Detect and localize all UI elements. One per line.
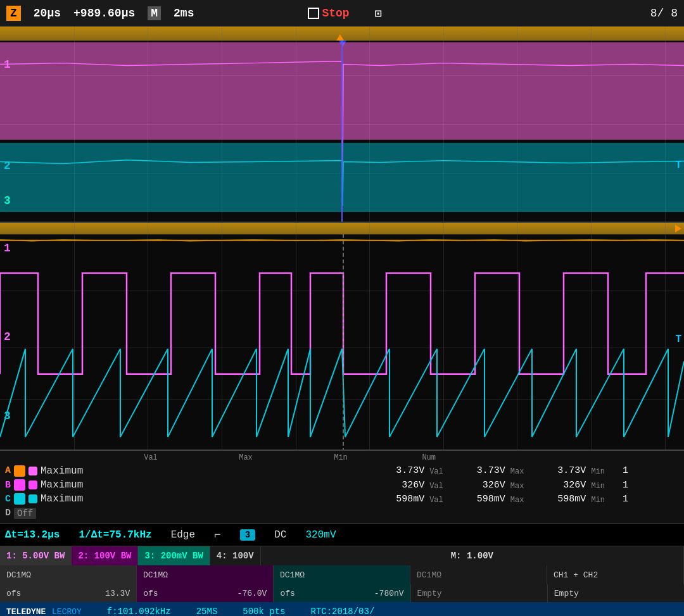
marker-icon-area: M [148, 6, 161, 20]
ch3-indicator-c [28, 494, 37, 503]
col-val: Val [132, 453, 170, 462]
math-formula: CH1 + CH2 [554, 570, 598, 580]
delta-bar: Δt=13.2μs 1/Δt=75.7kHz Edge ⌐ 3 DC 320mV [0, 524, 684, 546]
overview-svg [0, 27, 684, 222]
stop-button[interactable]: Stop [308, 7, 349, 20]
points-count: 500k pts [243, 607, 285, 616]
meas-letter-c: C [5, 494, 11, 505]
meas-max-header-b: Max [510, 482, 524, 491]
meas-headers: Val Max Min Num [132, 453, 679, 462]
meas-box-c [14, 493, 25, 505]
meas-letter-d: D [5, 508, 11, 519]
delta-t: Δt=13.2μs [5, 529, 60, 541]
ch4-impedance: DC1MΩ [417, 570, 441, 580]
trigger-t-detail: T [675, 334, 681, 345]
ch1-label-overview: 1 [4, 58, 11, 71]
ch2-offset-val: -76.0V [238, 589, 267, 598]
col-min: Min [322, 453, 360, 462]
meas-values-c: 598mV Val 598mV Max 598mV Min 1 [380, 494, 628, 505]
meas-label-a: A Maximum [5, 465, 87, 477]
meas-type-c: Maximum [41, 493, 83, 505]
sample-rate: 25MS [196, 607, 218, 616]
ch2-impedance: DC1MΩ [143, 570, 168, 580]
ch3-label-overview: 3 [4, 194, 11, 207]
meas-min-header-c: Min [591, 496, 605, 505]
meas-off-badge: Off [14, 508, 36, 519]
ch1-offset: ofs 13.3V [0, 584, 137, 602]
time-offset: +989.60μs [73, 7, 135, 20]
waveform-detail: 1 2 3 T [0, 223, 684, 451]
meas-max-b: 326V [461, 480, 505, 491]
mv-value: 320mV [305, 529, 336, 541]
ch2-setting-label: 2: 100V BW [78, 551, 131, 561]
math-setting[interactable]: M: 1.00V [261, 546, 684, 565]
math-setting-label: M: 1.00V [451, 551, 493, 561]
ch1-mid-label: 2 [4, 330, 11, 343]
ch1-detail: DC1MΩ [0, 565, 137, 584]
ch3-setting[interactable]: 3: 200mV BW [138, 546, 210, 565]
meas-val-c: 598mV [380, 494, 424, 505]
delta-freq: 1/Δt=75.7kHz [79, 529, 151, 541]
ch1-indicator-a [28, 467, 37, 475]
math-empty-label: Empty [554, 589, 579, 598]
fraction-display: 8/ 8 [650, 7, 678, 20]
memory-icon: ⊡ [375, 6, 382, 20]
col-max: Max [227, 453, 265, 462]
timebase-value: 20μs [34, 7, 61, 20]
ch3-label-detail: 3 [4, 410, 11, 422]
teledyne-text: TELEDYNE [6, 607, 46, 616]
timebase-main: 20μs [34, 7, 61, 20]
math-empty: Empty [548, 584, 684, 602]
meas-val-header-a: Val [429, 467, 443, 476]
ch-details-bar: DC1MΩ DC1MΩ DC1MΩ DC1MΩ CH1 + CH2 [0, 565, 684, 584]
meas-type-b: Maximum [41, 479, 83, 491]
ch4-setting[interactable]: 4: 100V [210, 546, 261, 565]
ch2-setting[interactable]: 2: 100V BW [72, 546, 138, 565]
memory-symbol: ⊡ [375, 6, 382, 20]
ch1-setting-label: 1: 5.00V BW [6, 551, 65, 561]
col-num: Num [417, 453, 436, 462]
meas-min-a: 3.73V [542, 465, 586, 476]
meas-num-c: 1 [623, 494, 628, 505]
timebase2-value: 2ms [174, 7, 194, 20]
stop-icon [308, 8, 319, 19]
brand-area: TELEDYNE LECROY [6, 606, 82, 616]
ch3-setting-label: 3: 200mV BW [144, 551, 203, 561]
meas-min-header-a: Min [591, 467, 605, 476]
ch-settings-bar: 1: 5.00V BW 2: 100V BW 3: 200mV BW 4: 10… [0, 546, 684, 565]
meas-num-a: 1 [623, 465, 628, 476]
ch3-detail: DC1MΩ [274, 565, 410, 584]
meas-max-header-c: Max [510, 496, 524, 505]
ch1-offset-val: 13.3V [105, 589, 130, 598]
ch4-empty: Empty [411, 584, 548, 602]
meas-val-header-c: Val [429, 496, 443, 505]
meas-values-b: 326V Val 326V Max 326V Min 1 [380, 480, 628, 491]
meas-row-b: B Maximum 326V Val 326V Max 326V Min 1 [5, 478, 679, 492]
logo-z: Z [6, 6, 21, 21]
meas-row-c: C Maximum 598mV Val 598mV Max 598mV Min … [5, 492, 679, 506]
logo-badge: Z [6, 6, 21, 21]
math-detail: CH1 + CH2 [547, 565, 684, 584]
meas-type-a: Maximum [41, 465, 83, 477]
rtc-display: RTC:2018/03/ [311, 607, 375, 616]
ch1-setting[interactable]: 1: 5.00V BW [0, 546, 72, 565]
ch4-empty-label: Empty [417, 589, 442, 598]
meas-max-c: 598mV [461, 494, 505, 505]
meas-min-c: 598mV [542, 494, 586, 505]
meas-row-a: A Maximum 3.73V Val 3.73V Max 3.73V Min … [5, 463, 679, 477]
ch4-setting-label: 4: 100V [217, 551, 254, 561]
ch3-offset-label: ofs [280, 589, 294, 598]
meas-min-b: 326V [542, 480, 586, 491]
meas-box-a [14, 465, 25, 477]
meas-max-a: 3.73V [461, 465, 505, 476]
measurements-bar: Val Max Min Num A Maximum 3.73V Val 3.73… [0, 451, 684, 524]
top-bar: Z 20μs +989.60μs M 2ms Stop ⊡ 8/ 8 [0, 0, 684, 27]
ch2-indicator-b [28, 481, 37, 489]
lecroy-text: LECROY [52, 607, 82, 616]
meas-val-header-b: Val [429, 482, 443, 491]
stop-label: Stop [322, 7, 349, 20]
delta-mode: Edge [171, 529, 195, 541]
ch1-impedance: DC1MΩ [6, 570, 31, 580]
trigger-t-overview: T [675, 160, 681, 171]
ch3-offset: ofs -780nV [274, 584, 410, 602]
